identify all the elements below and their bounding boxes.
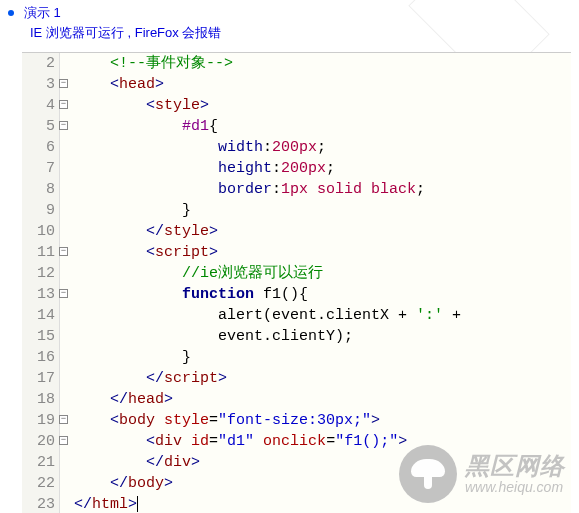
code-token: :	[263, 139, 272, 156]
code-token	[74, 391, 110, 408]
code-line[interactable]: 8 border:1px solid black;	[22, 179, 571, 200]
header: 演示 1 IE 浏览器可运行 , FireFox 会报错	[0, 0, 579, 52]
code-token: :	[272, 160, 281, 177]
code-line[interactable]: 4− <style>	[22, 95, 571, 116]
code-token	[74, 475, 110, 492]
line-number: 15	[22, 326, 60, 347]
code-token: 1px solid black	[281, 181, 416, 198]
code-token: event.clientY);	[218, 328, 353, 345]
code-token	[74, 118, 182, 135]
code-token: "f1();"	[335, 433, 398, 450]
code-token: </	[146, 370, 164, 387]
fold-toggle-icon[interactable]: −	[59, 289, 68, 298]
code-content[interactable]: }	[60, 200, 571, 221]
fold-toggle-icon[interactable]: −	[59, 436, 68, 445]
code-line[interactable]: 13− function f1(){	[22, 284, 571, 305]
code-line[interactable]: 18 </head>	[22, 389, 571, 410]
code-content[interactable]: border:1px solid black;	[60, 179, 571, 200]
watermark-logo-icon	[399, 445, 457, 503]
code-token: =	[209, 433, 218, 450]
code-content[interactable]: height:200px;	[60, 158, 571, 179]
fold-toggle-icon[interactable]: −	[59, 247, 68, 256]
code-token: }	[182, 202, 191, 219]
code-content[interactable]: //ie浏览器可以运行	[60, 263, 571, 284]
code-token	[74, 265, 182, 282]
code-token: {	[209, 118, 218, 135]
code-line[interactable]: 7 height:200px;	[22, 158, 571, 179]
code-token: <!--事件对象-->	[110, 55, 233, 72]
code-token: >	[209, 244, 218, 261]
code-content[interactable]: <!--事件对象-->	[60, 53, 571, 74]
code-content[interactable]: <style>	[60, 95, 571, 116]
code-token: onclick	[263, 433, 326, 450]
code-line[interactable]: 19− <body style="font-size:30px;">	[22, 410, 571, 431]
code-line[interactable]: 16 }	[22, 347, 571, 368]
code-token: <	[110, 412, 119, 429]
code-token	[74, 202, 182, 219]
code-token: body	[119, 412, 164, 429]
code-editor[interactable]: 2 <!--事件对象-->3− <head>4− <style>5− #d1{6…	[22, 52, 571, 513]
code-content[interactable]: </head>	[60, 389, 571, 410]
line-number: 10	[22, 221, 60, 242]
line-number: 18	[22, 389, 60, 410]
code-token: <	[146, 97, 155, 114]
code-line[interactable]: 3− <head>	[22, 74, 571, 95]
code-line[interactable]: 10 </style>	[22, 221, 571, 242]
code-content[interactable]: width:200px;	[60, 137, 571, 158]
code-token: >	[200, 97, 209, 114]
code-token	[254, 286, 263, 303]
code-token: style	[155, 97, 200, 114]
code-line[interactable]: 6 width:200px;	[22, 137, 571, 158]
line-number: 9	[22, 200, 60, 221]
code-content[interactable]: alert(event.clientX + ':' +	[60, 305, 571, 326]
code-token	[74, 349, 182, 366]
code-content[interactable]: </style>	[60, 221, 571, 242]
code-token: </	[110, 391, 128, 408]
code-line[interactable]: 14 alert(event.clientX + ':' +	[22, 305, 571, 326]
code-token: div	[155, 433, 191, 450]
code-token	[74, 307, 218, 324]
code-content[interactable]: <head>	[60, 74, 571, 95]
code-line[interactable]: 11− <script>	[22, 242, 571, 263]
code-line[interactable]: 2 <!--事件对象-->	[22, 53, 571, 74]
watermark-text: 黑区网络 www.heiqu.com	[465, 453, 565, 495]
code-line[interactable]: 9 }	[22, 200, 571, 221]
code-token: 200px	[281, 160, 326, 177]
line-number: 13−	[22, 284, 60, 305]
code-token	[74, 76, 110, 93]
line-number: 2	[22, 53, 60, 74]
code-line[interactable]: 5− #d1{	[22, 116, 571, 137]
code-token: >	[209, 223, 218, 240]
code-token: width	[218, 139, 263, 156]
fold-toggle-icon[interactable]: −	[59, 100, 68, 109]
code-token: >	[128, 496, 137, 513]
code-token	[74, 286, 182, 303]
line-number: 23	[22, 494, 60, 513]
code-token	[254, 433, 263, 450]
line-number: 3−	[22, 74, 60, 95]
line-number: 5−	[22, 116, 60, 137]
code-content[interactable]: }	[60, 347, 571, 368]
code-content[interactable]: </script>	[60, 368, 571, 389]
code-line[interactable]: 12 //ie浏览器可以运行	[22, 263, 571, 284]
code-line[interactable]: 17 </script>	[22, 368, 571, 389]
code-content[interactable]: function f1(){	[60, 284, 571, 305]
line-number: 14	[22, 305, 60, 326]
fold-toggle-icon[interactable]: −	[59, 121, 68, 130]
fold-toggle-icon[interactable]: −	[59, 415, 68, 424]
code-token: =	[209, 412, 218, 429]
code-token: head	[128, 391, 164, 408]
code-token: border	[218, 181, 272, 198]
code-token: ':'	[416, 307, 443, 324]
code-token: 200px	[272, 139, 317, 156]
line-number: 8	[22, 179, 60, 200]
code-content[interactable]: event.clientY);	[60, 326, 571, 347]
code-content[interactable]: <body style="font-size:30px;">	[60, 410, 571, 431]
code-line[interactable]: 15 event.clientY);	[22, 326, 571, 347]
fold-toggle-icon[interactable]: −	[59, 79, 68, 88]
code-content[interactable]: #d1{	[60, 116, 571, 137]
code-content[interactable]: <script>	[60, 242, 571, 263]
code-token: >	[164, 391, 173, 408]
code-token: >	[371, 412, 380, 429]
line-number: 11−	[22, 242, 60, 263]
